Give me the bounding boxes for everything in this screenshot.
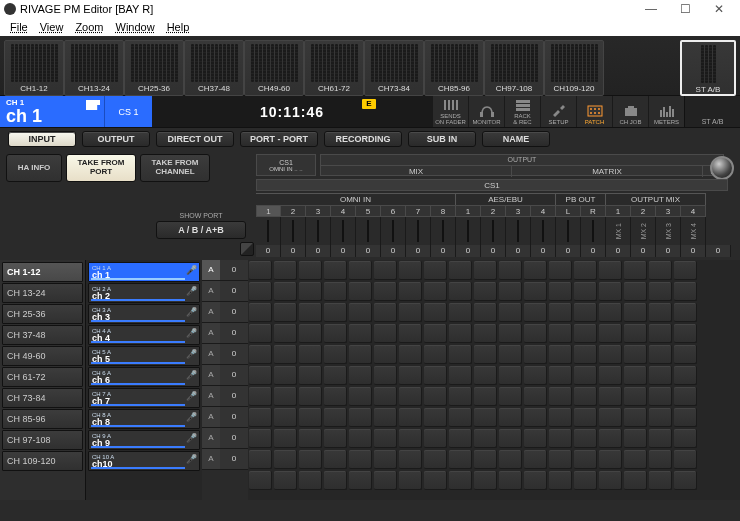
col-fader[interactable]: MX 2 xyxy=(631,217,656,245)
patch-cell[interactable] xyxy=(399,324,422,343)
col-num[interactable]: 4 xyxy=(681,205,706,217)
patch-cell[interactable] xyxy=(249,261,272,280)
patch-cell[interactable] xyxy=(399,282,422,301)
patch-cell[interactable] xyxy=(599,408,622,427)
patch-cell[interactable] xyxy=(674,387,697,406)
patch-cell[interactable] xyxy=(424,324,447,343)
tool-sends[interactable]: SENDS ON FADER xyxy=(432,96,468,127)
channel-item[interactable]: CH 4 Ach 4🎤 xyxy=(88,325,200,345)
patch-cell[interactable] xyxy=(349,345,372,364)
channel-item[interactable]: CH 10 Ach10🎤 xyxy=(88,451,200,471)
meter-group[interactable]: CH49-60 xyxy=(244,40,304,96)
patch-cell[interactable] xyxy=(374,366,397,385)
patch-cell[interactable] xyxy=(299,282,322,301)
patch-cell[interactable] xyxy=(674,303,697,322)
patch-cell[interactable] xyxy=(299,261,322,280)
patch-cell[interactable] xyxy=(249,450,272,469)
menu-help[interactable]: Help xyxy=(161,18,196,36)
meter-group[interactable]: CH37-48 xyxy=(184,40,244,96)
col-num[interactable]: 3 xyxy=(656,205,681,217)
col-num[interactable]: L xyxy=(556,205,581,217)
patch-cell[interactable] xyxy=(549,408,572,427)
col-fader[interactable]: MX 1 xyxy=(606,217,631,245)
minimize-button[interactable]: — xyxy=(634,0,668,18)
patch-cell[interactable] xyxy=(349,261,372,280)
channel-item[interactable]: CH 5 Ach 5🎤 xyxy=(88,346,200,366)
channel-item[interactable]: CH 7 Ach 7🎤 xyxy=(88,388,200,408)
patch-cell[interactable] xyxy=(474,324,497,343)
channel-item[interactable]: CH 2 Ach 2🎤 xyxy=(88,283,200,303)
patch-cell[interactable] xyxy=(549,387,572,406)
patch-cell[interactable] xyxy=(449,387,472,406)
col-fader[interactable]: MX 3 xyxy=(656,217,681,245)
patch-cell[interactable] xyxy=(499,450,522,469)
col-num[interactable]: 8 xyxy=(431,205,456,217)
cs-tab[interactable]: CS 1 xyxy=(104,96,152,127)
patch-cell[interactable] xyxy=(599,471,622,490)
patch-cell[interactable] xyxy=(649,429,672,448)
patch-cell[interactable] xyxy=(649,471,672,490)
menu-file[interactable]: File xyxy=(4,18,34,36)
patch-cell[interactable] xyxy=(399,408,422,427)
alpha-cell[interactable]: A xyxy=(202,386,220,407)
patch-cell[interactable] xyxy=(399,261,422,280)
patch-cell[interactable] xyxy=(299,471,322,490)
patch-cell[interactable] xyxy=(499,261,522,280)
col-num[interactable]: 4 xyxy=(531,205,556,217)
alpha-cell[interactable]: A xyxy=(202,260,220,281)
patch-cell[interactable] xyxy=(249,429,272,448)
patch-cell[interactable] xyxy=(474,429,497,448)
patch-cell[interactable] xyxy=(524,324,547,343)
patch-cell[interactable] xyxy=(624,366,647,385)
patch-cell[interactable] xyxy=(649,366,672,385)
patch-cell[interactable] xyxy=(424,345,447,364)
patch-cell[interactable] xyxy=(499,429,522,448)
patch-cell[interactable] xyxy=(574,429,597,448)
patch-cell[interactable] xyxy=(674,450,697,469)
patch-cell[interactable] xyxy=(424,303,447,322)
patch-cell[interactable] xyxy=(374,345,397,364)
patch-cell[interactable] xyxy=(449,471,472,490)
col-num[interactable]: 3 xyxy=(506,205,531,217)
patch-cell[interactable] xyxy=(424,366,447,385)
patch-cell[interactable] xyxy=(599,450,622,469)
patch-cell[interactable] xyxy=(574,450,597,469)
patch-cell[interactable] xyxy=(349,429,372,448)
take-from-port-button[interactable]: TAKE FROM PORT xyxy=(66,154,136,182)
patch-cell[interactable] xyxy=(599,282,622,301)
patch-cell[interactable] xyxy=(649,450,672,469)
patch-cell[interactable] xyxy=(624,282,647,301)
alpha-cell[interactable]: A xyxy=(202,344,220,365)
range-button[interactable]: CH 73-84 xyxy=(2,388,83,408)
patch-cell[interactable] xyxy=(624,261,647,280)
patch-cell[interactable] xyxy=(274,261,297,280)
patch-cell[interactable] xyxy=(599,303,622,322)
patch-cell[interactable] xyxy=(274,303,297,322)
alpha-cell[interactable]: A xyxy=(202,323,220,344)
patch-cell[interactable] xyxy=(474,303,497,322)
col-fader[interactable] xyxy=(281,217,306,245)
patch-cell[interactable] xyxy=(324,471,347,490)
patch-cell[interactable] xyxy=(424,450,447,469)
col-fader[interactable] xyxy=(406,217,431,245)
maximize-button[interactable]: ☐ xyxy=(668,0,702,18)
tab-output[interactable]: OUTPUT xyxy=(82,131,150,147)
col-fader[interactable] xyxy=(506,217,531,245)
col-fader[interactable] xyxy=(556,217,581,245)
show-port-button[interactable]: A / B / A+B xyxy=(156,221,246,239)
patch-cell[interactable] xyxy=(449,303,472,322)
channel-item[interactable]: CH 8 Ach 8🎤 xyxy=(88,409,200,429)
patch-cell[interactable] xyxy=(524,387,547,406)
patch-cell[interactable] xyxy=(449,345,472,364)
tool-rackrec[interactable]: RACK & REC xyxy=(504,96,540,127)
col-num[interactable]: 2 xyxy=(481,205,506,217)
patch-cell[interactable] xyxy=(649,408,672,427)
diagonal-select-button[interactable] xyxy=(240,242,254,256)
patch-cell[interactable] xyxy=(324,261,347,280)
patch-cell[interactable] xyxy=(324,366,347,385)
menu-zoom[interactable]: Zoom xyxy=(69,18,109,36)
patch-cell[interactable] xyxy=(274,345,297,364)
patch-cell[interactable] xyxy=(674,282,697,301)
patch-cell[interactable] xyxy=(474,345,497,364)
patch-cell[interactable] xyxy=(649,282,672,301)
